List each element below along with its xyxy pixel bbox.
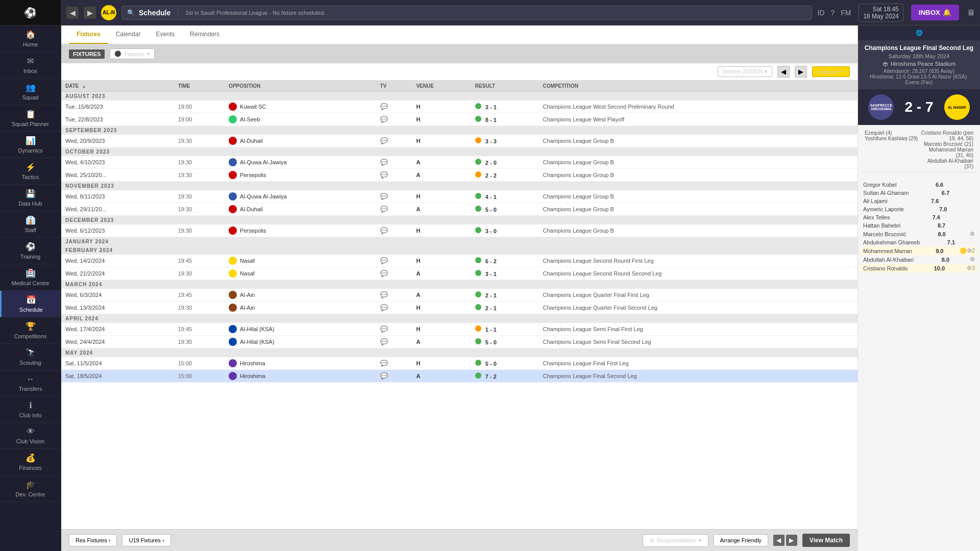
table-row[interactable]: Tue, 15/8/2023 19:00 Kuwait SC 💬 H 3 - 1… (61, 101, 857, 113)
squad-planner-icon: 📋 (26, 109, 36, 119)
table-row[interactable]: Wed, 24/4/2024 19:30 Al-Hilal (KSA) 💬 A … (61, 336, 857, 348)
fixture-opposition[interactable]: Al-Duhail (225, 203, 376, 216)
sidebar-item-inbox[interactable]: ✉Inbox (0, 52, 61, 79)
table-row[interactable]: Sat, 11/5/2024 15:00 Hiroshima 💬 H 5 - 0… (61, 357, 857, 370)
monitor-icon[interactable]: 🖥 (967, 8, 975, 17)
fixture-opposition[interactable]: Al-Ain (225, 302, 376, 314)
sidebar-item-data-hub[interactable]: 💾Data Hub (0, 185, 61, 211)
player-score: 8.0 (934, 257, 949, 263)
sidebar-item-home[interactable]: 🏠Home (0, 26, 61, 52)
away-score: 7 (925, 99, 934, 115)
res-fixtures-button[interactable]: Res Fixtures › (69, 534, 117, 546)
result-score: 3 - 1 (485, 104, 497, 110)
season-selector[interactable]: Season 2023/24 ▾ (718, 66, 772, 77)
sidebar-item-club-vision[interactable]: 👁Club Vision (0, 423, 61, 449)
view-match-button[interactable]: View Match (802, 534, 850, 547)
sidebar-item-competitions[interactable]: 🏆Competitions (0, 317, 61, 344)
sidebar-label-inbox: Inbox (23, 68, 37, 74)
sidebar-item-staff[interactable]: 👔Staff (0, 211, 61, 238)
sidebar-item-tactics[interactable]: ⚡Tactics (0, 158, 61, 185)
col-time[interactable]: TIME (174, 81, 225, 92)
col-opposition[interactable]: OPPOSITION (225, 81, 376, 92)
fixture-opposition[interactable]: Kuwait SC (225, 101, 376, 113)
fixture-tv: 💬 (376, 135, 412, 147)
fixture-opposition[interactable]: Al-Hilal (KSA) (225, 336, 376, 348)
tab-reminders[interactable]: Reminders (182, 26, 227, 44)
col-date[interactable]: DATE ▲ (61, 81, 174, 92)
sidebar-item-training[interactable]: ⚽Training (0, 238, 61, 264)
table-row[interactable]: Wed, 20/9/2023 19:30 Al-Duhail 💬 H 3 - 3… (61, 135, 857, 147)
table-row[interactable]: Wed, 4/10/2023 19:30 Al-Quwa Al-Jawiya 💬… (61, 156, 857, 169)
month-header: MAY 2024 (61, 348, 857, 358)
stadium-name: Hiroshima Peace Stadium (891, 61, 955, 67)
player-rating-row[interactable]: Marcelo Brozović 8.0 ⚙ (861, 230, 977, 238)
table-row[interactable]: Wed, 6/12/2023 19:30 Persepolis 💬 H 3 - … (61, 224, 857, 237)
table-row[interactable]: Wed, 21/2/2024 19:30 Nasaf 💬 A 3 - 1 Cha… (61, 267, 857, 280)
table-row[interactable]: Sat, 18/5/2024 15:00 Hiroshima 💬 A 7 - 2… (61, 370, 857, 383)
sidebar-item-dev-centre[interactable]: 🎓Dev. Centre (0, 475, 61, 502)
fixture-opposition[interactable]: Al-Seeb (225, 113, 376, 126)
globe-icon: 🌐 (916, 30, 923, 36)
right-panel-header: 🌐 (858, 26, 980, 40)
player-rating-row[interactable]: Abdullah Al-Khaibari 8.0 ⚙ (861, 255, 977, 264)
fm-icon[interactable]: FM (841, 9, 851, 17)
question-icon[interactable]: ? (830, 9, 835, 17)
sidebar-item-medical-centre[interactable]: 🏥Medical Centre (0, 264, 61, 291)
fixture-opposition[interactable]: Hiroshima (225, 357, 376, 370)
result-score: 1 - 1 (485, 327, 497, 333)
table-row[interactable]: Wed, 25/10/20... 19:30 Persepolis 💬 A 2 … (61, 169, 857, 182)
fixture-opposition[interactable]: Persepolis (225, 224, 376, 237)
responsibilities-button[interactable]: ⚙ Responsibilities ▾ (643, 534, 708, 547)
sidebar-item-dynamics[interactable]: 📊Dynamics (0, 132, 61, 158)
fixture-opposition[interactable]: Hiroshima (225, 370, 376, 383)
back-button[interactable]: ◀ (66, 7, 79, 19)
player-rating-row[interactable]: Ali Lajami 7.6 (861, 197, 977, 205)
inbox-button[interactable]: INBOX 🔔 (911, 5, 959, 20)
tab-events[interactable]: Events (148, 26, 182, 44)
player-rating-row[interactable]: Alex Telles 7.4 (861, 213, 977, 221)
table-row[interactable]: Tue, 22/8/2023 19:00 Al-Seeb 💬 H 8 - 1 C… (61, 113, 857, 126)
team-name: Al-Duhail (240, 138, 263, 144)
sidebar-item-club-info[interactable]: ℹClub Info (0, 396, 61, 423)
table-row[interactable]: Wed, 17/4/2024 19:45 Al-Hilal (KSA) 💬 H … (61, 323, 857, 336)
player-rating-row[interactable]: Aymeric Laporte 7.0 (861, 205, 977, 213)
fixture-opposition[interactable]: Nasaf (225, 255, 376, 267)
table-row[interactable]: Wed, 29/11/20... 19:30 Al-Duhail 💬 A 5 -… (61, 203, 857, 216)
player-rating-row[interactable]: Sultan Al-Ghanam 6.7 (861, 189, 977, 197)
id-icon[interactable]: ID (817, 9, 824, 17)
player-rating-row[interactable]: Cristiano Ronaldo 10.0 ⚙3 (861, 264, 977, 272)
fixture-opposition[interactable]: Al-Quwa Al-Jawiya (225, 190, 376, 203)
table-row[interactable]: Wed, 6/3/2024 19:45 Al-Ain 💬 A 2 - 1 Cha… (61, 289, 857, 302)
fixture-opposition[interactable]: Persepolis (225, 169, 376, 182)
player-rating-row[interactable]: Hattan Bahebri 8.7 (861, 221, 977, 230)
sidebar-item-schedule[interactable]: 📅Schedule (0, 291, 61, 317)
fixture-opposition[interactable]: Nasaf (225, 267, 376, 280)
fixture-opposition[interactable]: Al-Hilal (KSA) (225, 323, 376, 336)
table-row[interactable]: Wed, 8/11/2023 19:30 Al-Quwa Al-Jawiya 💬… (61, 190, 857, 203)
tab-calendar[interactable]: Calendar (108, 26, 149, 44)
player-rating-row[interactable]: Abdulrahman Ghareeb 7.1 (861, 238, 977, 246)
prev-season-btn[interactable]: ◀ (777, 66, 790, 78)
sidebar-item-squad[interactable]: 👥Squad (0, 79, 61, 105)
table-row[interactable]: Wed, 13/3/2024 19:30 Al-Ain 💬 H 2 - 1 Ch… (61, 302, 857, 314)
sidebar-item-scouting[interactable]: 🔭Scouting (0, 344, 61, 370)
fixture-opposition[interactable]: Al-Duhail (225, 135, 376, 147)
player-rating-row[interactable]: Gregor Kobel 6.6 (861, 181, 977, 189)
next-season-btn[interactable]: ▶ (795, 66, 807, 78)
sidebar-item-transfers[interactable]: ↔Transfers (0, 370, 61, 396)
sidebar-item-finances[interactable]: 💰Finances (0, 449, 61, 475)
next-arrow-button[interactable]: ▶ (786, 535, 797, 546)
arrange-friendly-button[interactable]: Arrange Friendly (714, 534, 768, 546)
u19-fixtures-button[interactable]: U19 Fixtures › (122, 534, 170, 546)
fixture-opposition[interactable]: Al-Quwa Al-Jawiya (225, 156, 376, 169)
player-rating-row[interactable]: Mohammed Marran 9.0 🟡⚙2 (861, 246, 977, 255)
club-vision-icon: 👁 (27, 427, 35, 436)
tab-fixtures[interactable]: Fixtures (69, 26, 108, 44)
fixture-opposition[interactable]: Al-Ain (225, 289, 376, 302)
sidebar-item-squad-planner[interactable]: 📋Squad Planner (0, 105, 61, 132)
forward-button[interactable]: ▶ (84, 7, 96, 19)
fixtures-dropdown[interactable]: ⚫ Fixtures ▾ (110, 48, 154, 59)
prev-arrow-button[interactable]: ◀ (773, 535, 785, 546)
filtered-button[interactable]: Filtered* ▾ (812, 66, 850, 77)
table-row[interactable]: Wed, 14/2/2024 19:45 Nasaf 💬 H 6 - 2 Cha… (61, 255, 857, 267)
